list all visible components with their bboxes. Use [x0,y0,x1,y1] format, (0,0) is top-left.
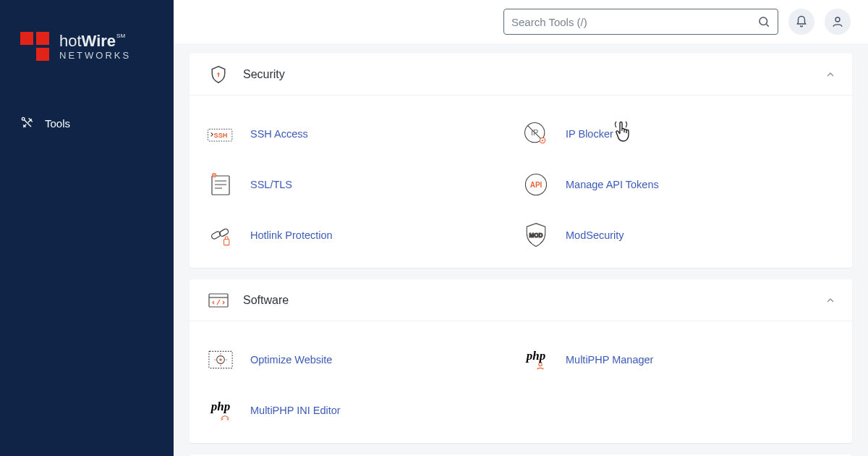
panel-security: Security SSH SSH Access [190,54,852,268]
php-manager-icon: php [521,345,551,375]
panel-title: Software [243,294,289,307]
tool-ssh-access[interactable]: SSH SSH Access [205,109,521,159]
php-ini-icon: php [205,395,236,426]
tool-label: Optimize Website [250,354,332,366]
svg-point-21 [219,358,222,361]
tool-label: SSL/TLS [250,179,292,190]
tool-label: SSH Access [250,128,308,140]
brand-logo: hotWireSM NETWORKS [0,0,174,78]
pointer-cursor-icon [610,117,635,146]
svg-point-22 [539,363,542,366]
svg-text:SSH: SSH [214,132,228,139]
search-input-wrapper[interactable] [503,9,778,35]
sidebar-item-tools[interactable]: Tools [7,107,166,139]
svg-point-2 [835,17,840,22]
svg-point-1 [760,17,767,25]
modsecurity-icon: MOD [521,220,551,250]
user-icon [831,15,844,28]
svg-text:MOD: MOD [529,232,542,239]
panel-title: Security [243,68,285,81]
chevron-up-icon [825,295,836,306]
optimize-website-icon [205,345,236,375]
tool-ssl-tls[interactable]: SSL/TLS [205,159,521,210]
tool-label: ModSecurity [566,229,624,241]
search-input[interactable] [511,16,752,28]
account-button[interactable] [825,9,851,35]
tool-ip-blocker[interactable]: IP IP Blocker [521,109,836,159]
tool-multiphp-ini-editor[interactable]: php MultiPHP INI Editor [205,385,521,436]
ip-blocker-icon: IP [521,119,551,149]
bell-icon [795,15,808,28]
svg-rect-18 [209,294,228,307]
brand-mark-icon [17,29,52,64]
search-icon [757,15,770,28]
brand-text: hotWireSM NETWORKS [59,33,131,60]
svg-text:IP: IP [531,128,538,137]
svg-rect-10 [212,176,229,195]
svg-point-3 [218,72,220,75]
sidebar-nav: Tools [0,107,174,139]
tool-label: MultiPHP Manager [566,354,653,366]
svg-text:API: API [530,181,542,189]
ssh-icon: SSH [205,119,236,149]
software-icon [205,287,231,313]
api-tokens-icon: API [521,169,551,200]
panel-software-header[interactable]: Software [190,279,852,321]
tool-modsecurity[interactable]: MOD ModSecurity [521,210,836,261]
tool-api-tokens[interactable]: API Manage API Tokens [521,159,836,210]
chevron-up-icon [825,69,836,80]
svg-rect-16 [224,239,229,245]
tool-multiphp-manager[interactable]: php MultiPHP Manager [521,334,836,385]
tool-label: MultiPHP INI Editor [250,405,341,416]
hotlink-icon [205,220,236,250]
sidebar-item-label: Tools [45,117,70,130]
notifications-button[interactable] [788,9,814,35]
tool-optimize-website[interactable]: Optimize Website [205,334,521,385]
ssl-tls-icon [205,169,236,200]
panel-security-header[interactable]: Security [190,54,852,96]
panel-software: Software Optimize Websit [190,279,852,443]
tool-label: IP Blocker [566,128,613,140]
svg-point-9 [542,140,543,141]
tools-icon [20,116,35,130]
tool-hotlink-protection[interactable]: Hotlink Protection [205,210,521,261]
shield-icon [205,62,231,88]
tool-label: Hotlink Protection [250,229,333,241]
topbar [174,0,868,43]
tool-label: Manage API Tokens [566,179,659,190]
sidebar: hotWireSM NETWORKS Tools [0,0,174,456]
